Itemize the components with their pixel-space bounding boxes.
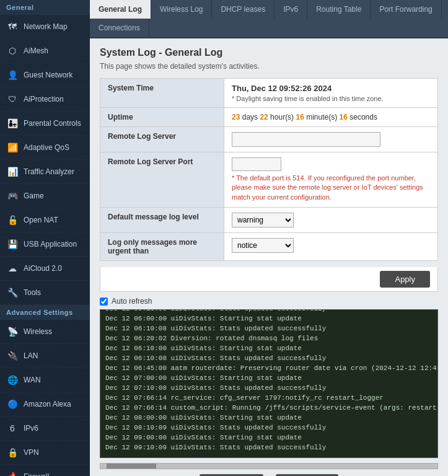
uptime-label: Uptime xyxy=(100,108,224,127)
sidebar-item-wan[interactable]: 🌐WAN xyxy=(0,368,90,392)
sidebar-item-lan[interactable]: 🔌LAN xyxy=(0,344,90,368)
sidebar-icon-network-map: 🗺 xyxy=(6,20,19,33)
log-scroll-thumb xyxy=(107,464,156,469)
sidebar-icon-open-nat: 🔓 xyxy=(6,214,19,226)
sidebar-item-adaptive-qos[interactable]: 📶Adaptive QoS xyxy=(0,136,90,160)
log-only-select[interactable]: noticewarningerrorinfodebug xyxy=(232,238,294,253)
system-time-label: System Time xyxy=(100,79,224,108)
sidebar-item-network-map[interactable]: 🗺Network Map xyxy=(0,15,90,39)
sidebar-general-header: General xyxy=(0,0,90,15)
log-line: Dec 12 09:00:00 uiDivStats: Starting sta… xyxy=(105,433,433,443)
auto-refresh-row: Auto refresh xyxy=(100,297,438,306)
sidebar-item-amazon-alexa[interactable]: 🔵Amazon Alexa xyxy=(0,392,90,416)
remote-log-input[interactable] xyxy=(232,132,380,147)
tab-connections[interactable]: Connections xyxy=(90,19,149,37)
sidebar-label-vpn: VPN xyxy=(24,448,39,457)
tabs-bar: General LogWireless LogDHCP leasesIPv6Ro… xyxy=(90,0,448,38)
sidebar-icon-ipv6: 6 xyxy=(6,422,19,434)
page-description: This page shows the detailed system's ac… xyxy=(100,62,438,71)
sidebar-item-guest-network[interactable]: 👤Guest Network xyxy=(0,63,90,87)
log-line: Dec 12 06:10:08 uiDivStats: Stats update… xyxy=(105,354,433,364)
auto-refresh-checkbox[interactable] xyxy=(100,298,108,306)
sidebar-label-aicloud: AiCloud 2.0 xyxy=(24,264,62,273)
sidebar-label-traffic-analyzer: Traffic Analyzer xyxy=(24,167,74,176)
sidebar-icon-parental-controls: 👨‍👧 xyxy=(6,117,19,130)
sidebar-item-firewall[interactable]: 🔥Firewall xyxy=(0,465,90,476)
sidebar-label-wan: WAN xyxy=(24,376,41,384)
sidebar-item-wireless[interactable]: 📡Wireless xyxy=(0,320,90,344)
uptime-days-unit: days xyxy=(242,113,258,121)
content-area: System Log - General Log This page shows… xyxy=(90,38,448,476)
uptime-days: 23 xyxy=(232,113,240,121)
log-only-cell: noticewarningerrorinfodebug xyxy=(224,233,438,261)
tab-routing-table[interactable]: Routing Table xyxy=(307,0,371,19)
apply-row: Apply xyxy=(100,267,438,292)
system-time-note: * Daylight saving time is enabled in thi… xyxy=(232,95,430,102)
sidebar-item-traffic-analyzer[interactable]: 📊Traffic Analyzer xyxy=(0,160,90,184)
sidebar-item-game[interactable]: 🎮Game xyxy=(0,184,90,208)
sidebar: General 🗺Network Map⬡AiMesh👤Guest Networ… xyxy=(0,0,90,476)
sidebar-label-guest-network: Guest Network xyxy=(24,71,72,79)
log-area[interactable]: Dec 12 00:10:08 uiDivStats: Stats update… xyxy=(100,309,438,458)
default-msg-level-select[interactable]: warningerrornoticeinfodebug xyxy=(232,213,294,227)
main-content: General LogWireless LogDHCP leasesIPv6Ro… xyxy=(90,0,448,476)
remote-log-port-label: Remote Log Server Port xyxy=(100,152,224,208)
sidebar-label-wireless: Wireless xyxy=(24,327,52,336)
sidebar-item-tools[interactable]: 🔧Tools xyxy=(0,281,90,305)
sidebar-label-aiprotection: AiProtection xyxy=(24,95,64,104)
sidebar-item-aicloud[interactable]: ☁AiCloud 2.0 xyxy=(0,257,90,281)
tab-dhcp-leases[interactable]: DHCP leases xyxy=(212,0,275,19)
sidebar-icon-game: 🎮 xyxy=(6,190,19,202)
log-line: Dec 12 09:10:09 uiDivStats: Stats update… xyxy=(105,443,433,453)
remote-log-port-cell: * The default port is 514. If you reconf… xyxy=(224,152,438,208)
sidebar-icon-aimesh: ⬡ xyxy=(6,45,19,57)
uptime-secs: 16 xyxy=(340,113,348,121)
apply-button[interactable]: Apply xyxy=(380,271,430,288)
tab-port-forwarding[interactable]: Port Forwarding xyxy=(371,0,441,19)
sidebar-icon-aiprotection: 🛡 xyxy=(6,93,19,105)
tab-ipv6[interactable]: IPv6 xyxy=(275,0,307,19)
log-line: Dec 12 07:00:00 uiDivStats: Starting sta… xyxy=(105,374,433,384)
sidebar-icon-traffic-analyzer: 📊 xyxy=(6,165,19,178)
page-title: System Log - General Log xyxy=(100,47,438,58)
log-line: Dec 12 06:10:08 uiDivStats: Stats update… xyxy=(105,324,433,334)
log-scroll-track xyxy=(100,463,438,469)
port-warning: * The default port is 514. If you reconf… xyxy=(232,174,430,202)
sidebar-item-open-nat[interactable]: 🔓Open NAT xyxy=(0,208,90,232)
sidebar-icon-wan: 🌐 xyxy=(6,374,19,386)
sidebar-label-ipv6: IPv6 xyxy=(24,424,38,433)
sidebar-item-usb-application[interactable]: 💾USB Application xyxy=(0,232,90,257)
tab-wireless-log[interactable]: Wireless Log xyxy=(151,0,212,19)
log-line: Dec 12 07:66:14 custom_script: Running /… xyxy=(105,403,433,413)
system-time-value: Thu, Dec 12 09:52:26 2024 xyxy=(232,84,430,93)
log-line: Dec 12 06:00:00 uiDivStats: Starting sta… xyxy=(105,314,433,324)
log-line: Dec 12 06:10:00 uiDivStats: Starting sta… xyxy=(105,344,433,354)
sidebar-item-aiprotection[interactable]: 🛡AiProtection xyxy=(0,87,90,112)
sidebar-item-aimesh[interactable]: ⬡AiMesh xyxy=(0,39,90,63)
log-line: Dec 12 06:45:00 aatm routerdate: Preserv… xyxy=(105,364,433,374)
sidebar-label-lan: LAN xyxy=(24,351,38,360)
uptime-mins-unit: minute(s) xyxy=(306,113,337,121)
sidebar-item-vpn[interactable]: 🔒VPN xyxy=(0,441,90,465)
remote-log-port-input[interactable] xyxy=(232,157,281,171)
uptime-hours: 22 xyxy=(260,113,268,121)
sidebar-item-ipv6[interactable]: 6IPv6 xyxy=(0,416,90,441)
sidebar-icon-vpn: 🔒 xyxy=(6,446,19,459)
sidebar-icon-guest-network: 👤 xyxy=(6,69,19,81)
sidebar-label-firewall: Firewall xyxy=(24,472,49,476)
sidebar-label-adaptive-qos: Adaptive QoS xyxy=(24,143,69,152)
sidebar-item-parental-controls[interactable]: 👨‍👧Parental Controls xyxy=(0,112,90,136)
tab-general-log[interactable]: General Log xyxy=(90,0,151,19)
remote-log-label: Remote Log Server xyxy=(100,127,224,152)
sidebar-label-aimesh: AiMesh xyxy=(24,46,48,55)
uptime-hours-unit: hour(s) xyxy=(270,113,294,121)
sidebar-advanced-header: Advanced Settings xyxy=(0,305,90,320)
auto-refresh-label: Auto refresh xyxy=(112,297,152,306)
remote-log-cell xyxy=(224,127,438,152)
uptime-secs-unit: seconds xyxy=(349,113,377,121)
sidebar-icon-firewall: 🔥 xyxy=(6,470,19,476)
sidebar-label-usb-application: USB Application xyxy=(24,240,77,249)
system-time-cell: Thu, Dec 12 09:52:26 2024 * Daylight sav… xyxy=(224,79,438,108)
sidebar-label-tools: Tools xyxy=(24,288,41,297)
log-only-label: Log only messages more urgent than xyxy=(100,233,224,261)
